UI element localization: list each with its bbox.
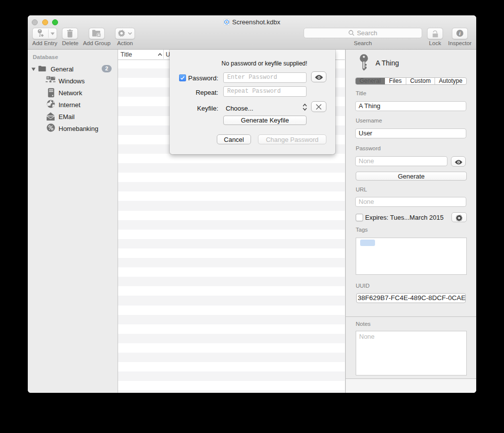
svg-text:i: i [459, 31, 461, 36]
